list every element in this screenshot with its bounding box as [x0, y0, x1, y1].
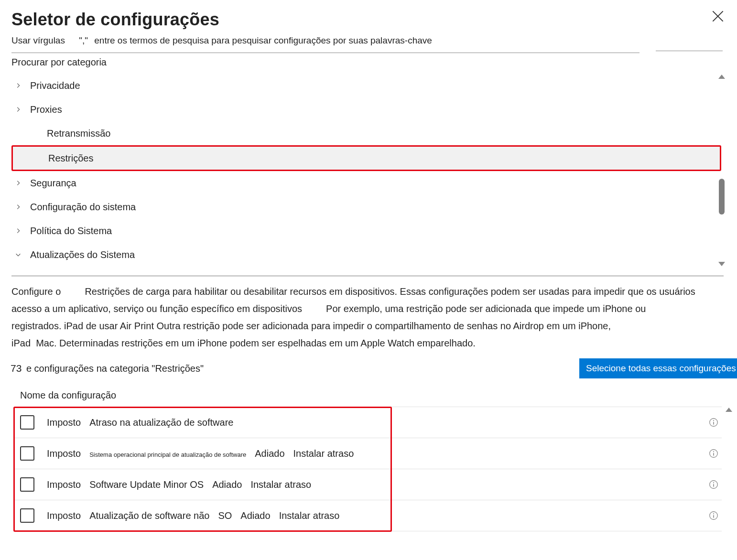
browse-by-category-label: Procurar por categoria: [0, 57, 737, 68]
category-scrollbar[interactable]: [716, 74, 727, 267]
setting-checkbox[interactable]: [20, 446, 34, 461]
setting-label-part: Imposto: [47, 417, 81, 428]
scroll-up-icon[interactable]: [726, 408, 732, 412]
desc-l2-s1: acesso a um aplicativo, serviço ou funçã…: [11, 303, 302, 314]
setting-label-part: Adiado: [255, 448, 284, 459]
desc-l4-s2: Mac. Determinadas restrições em um iPhon…: [36, 338, 476, 348]
svg-point-9: [713, 482, 714, 483]
page-subtitle: Usar vírgulas "," entre os termos de pes…: [11, 35, 726, 46]
desc-l2-s2: Por exemplo, uma restrição pode ser adic…: [326, 303, 646, 314]
setting-label-part: Imposto: [47, 510, 81, 521]
setting-label-part: Software Update Minor OS: [89, 479, 204, 490]
category-item-label: Segurança: [30, 178, 76, 189]
svg-rect-13: [713, 515, 714, 518]
category-item-configura-o-do-sistema[interactable]: Configuração do sistema: [11, 195, 721, 219]
setting-label-part: Adiado: [240, 510, 270, 521]
setting-checkbox[interactable]: [20, 477, 34, 492]
category-item-proxies[interactable]: Proxies: [11, 97, 721, 121]
svg-rect-4: [713, 422, 714, 425]
category-item-retransmiss-o[interactable]: Retransmissão: [11, 121, 721, 145]
svg-rect-7: [713, 453, 714, 456]
close-button[interactable]: [710, 9, 726, 24]
desc-l3-s2: iPad de usar Air Print: [64, 321, 154, 331]
desc-l1-s2: Restrições de carga para habilitar ou de…: [85, 286, 695, 297]
info-icon[interactable]: [708, 479, 719, 490]
category-item-label: Retransmissão: [47, 128, 110, 139]
chevron-right-icon[interactable]: [14, 203, 22, 211]
chevron-right-icon[interactable]: [14, 179, 22, 187]
page-title: Seletor de configurações: [11, 10, 726, 30]
subtitle-seg1: Usar vírgulas: [11, 35, 65, 45]
setting-label-part: Imposto: [47, 479, 81, 490]
settings-scrollbar[interactable]: [724, 407, 734, 529]
category-item-restri-es[interactable]: Restrições: [11, 145, 721, 171]
chevron-right-icon[interactable]: [14, 226, 22, 235]
chevron-down-icon[interactable]: [14, 250, 22, 259]
scrollbar-thumb[interactable]: [719, 179, 725, 215]
setting-label-part: Imposto: [47, 448, 81, 459]
setting-row: ImpostoAtualização de software nãoSOAdia…: [14, 500, 722, 531]
subtitle-seg2: entre os termos de pesquisa para pesquis…: [94, 35, 432, 45]
setting-row: ImpostoSoftware Update Minor OSAdiadoIns…: [14, 469, 722, 500]
setting-label-part: Atualização de software não: [89, 510, 209, 521]
setting-label-part: Instalar atraso: [293, 448, 354, 459]
desc-l1-s1: Configure o: [11, 286, 61, 297]
svg-rect-10: [713, 484, 714, 487]
setting-checkbox[interactable]: [20, 415, 34, 430]
info-icon[interactable]: [708, 417, 719, 428]
setting-label-part: Adiado: [212, 479, 242, 490]
category-item-pol-tica-do-sistema[interactable]: Política do Sistema: [11, 219, 721, 243]
category-item-label: Configuração do sistema: [30, 202, 136, 213]
setting-label-part: Instalar atraso: [250, 479, 311, 490]
setting-label-part: Instalar atraso: [279, 510, 340, 521]
info-icon[interactable]: [708, 448, 719, 459]
category-item-label: Atualizações do Sistema: [30, 249, 135, 260]
svg-point-3: [713, 420, 714, 421]
setting-label-part: Sistema operacional principal de atualiz…: [89, 451, 246, 458]
setting-row: ImpostoSistema operacional principal de …: [14, 438, 722, 469]
setting-label-part: Atraso na atualização de software: [89, 417, 233, 428]
category-item-privacidade[interactable]: Privacidade: [11, 74, 721, 97]
subtitle-quote: ",": [67, 35, 92, 45]
desc-l3-s3: Outra restrição pode ser adicionada para…: [157, 321, 611, 331]
setting-label: ImpostoAtualização de software nãoSOAdia…: [47, 510, 708, 521]
chevron-right-icon[interactable]: [14, 105, 22, 114]
category-item-label: Restrições: [48, 153, 93, 164]
setting-label: ImpostoSistema operacional principal de …: [47, 448, 708, 459]
category-item-atualiza-es-do-sistema[interactable]: Atualizações do Sistema: [11, 243, 721, 267]
desc-l3-s1: registrados.: [11, 321, 62, 331]
category-item-label: Privacidade: [30, 80, 80, 91]
close-icon: [710, 9, 726, 24]
info-icon[interactable]: [708, 510, 719, 521]
setting-label: ImpostoSoftware Update Minor OSAdiadoIns…: [47, 479, 708, 490]
desc-l4-s1: iPad: [11, 338, 31, 348]
category-item-label: Proxies: [30, 104, 62, 115]
result-count-number: 73: [11, 363, 22, 374]
divider-top-right: [656, 51, 723, 51]
result-count: 73 e configurações na categoria "Restriç…: [11, 363, 204, 374]
scroll-up-icon[interactable]: [718, 75, 725, 79]
setting-label-part: SO: [218, 510, 232, 521]
setting-checkbox[interactable]: [20, 508, 34, 523]
result-count-text: e configurações na categoria "Restrições…: [26, 363, 204, 374]
setting-label: ImpostoAtraso na atualização de software: [47, 417, 708, 428]
category-description: Configure o Restrições de carga para hab…: [0, 276, 737, 352]
category-item-seguran-a[interactable]: Segurança: [11, 171, 721, 195]
svg-point-12: [713, 513, 714, 514]
setting-row: ImpostoAtraso na atualização de software: [14, 407, 722, 438]
select-all-button[interactable]: Selecione todas essas configurações: [579, 358, 737, 378]
divider-top-left: [11, 53, 639, 53]
chevron-right-icon[interactable]: [14, 81, 22, 90]
category-item-label: Política do Sistema: [30, 226, 112, 237]
svg-point-6: [713, 451, 714, 452]
column-header-setting-name: Nome da configuração: [0, 378, 737, 407]
scroll-down-icon[interactable]: [718, 262, 725, 266]
